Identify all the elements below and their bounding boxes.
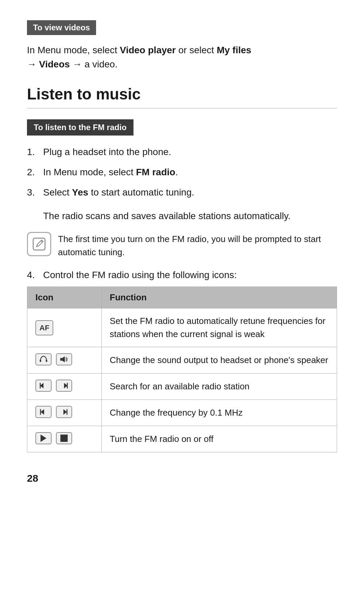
note-icon	[27, 232, 51, 256]
table-cell-function-af: Set the FM radio to automatically retune…	[101, 308, 337, 347]
table-cell-function-headphone-speaker: Change the sound output to headset or ph…	[101, 347, 337, 374]
step-3: 3. Select Yes to start automatic tuning.	[27, 185, 337, 200]
main-section: Listen to music To listen to the FM radi…	[27, 85, 337, 452]
icons-table: Icon Function AF Set the FM radio to aut…	[27, 287, 337, 452]
svg-rect-3	[40, 360, 41, 362]
svg-marker-11	[41, 409, 44, 415]
table-cell-function-skip: Search for an available radio station	[101, 374, 337, 400]
step-1-number: 1.	[27, 145, 43, 159]
step-forward-icon-btn	[56, 406, 72, 418]
step-2-number: 2.	[27, 165, 43, 179]
step-2-suffix: .	[175, 167, 178, 177]
speaker-icon-btn	[56, 353, 72, 365]
table-row: AF Set the FM radio to automatically ret…	[27, 308, 337, 347]
svg-marker-13	[63, 409, 67, 415]
fm-radio-bold: FM radio	[136, 167, 175, 177]
table-cell-function-play-stop: Turn the FM radio on or off	[101, 426, 337, 452]
af-button: AF	[35, 320, 53, 335]
fm-radio-tag: To listen to the FM radio	[27, 119, 133, 136]
yes-bold: Yes	[72, 187, 88, 198]
step-4-number: 4.	[27, 270, 43, 280]
top-section: To view videos In Menu mode, select Vide…	[27, 20, 337, 71]
icons-table-container: Icon Function AF Set the FM radio to aut…	[27, 287, 337, 452]
skip-forward-icon-btn	[56, 380, 72, 392]
svg-rect-12	[40, 409, 41, 415]
step-2-text: In Menu mode, select FM radio.	[43, 165, 337, 179]
svg-marker-15	[40, 435, 46, 442]
step-4: 4. Control the FM radio using the follow…	[27, 270, 337, 280]
step-2-prefix: In Menu mode, select	[43, 167, 136, 177]
table-header-function: Function	[101, 287, 337, 308]
intro-text-middle: or select	[176, 45, 217, 55]
svg-rect-0	[33, 238, 45, 250]
video-player-bold: Video player	[120, 45, 176, 55]
svg-rect-10	[67, 383, 68, 389]
to-view-videos-tag: To view videos	[27, 20, 96, 35]
arrow-line: →	[27, 59, 39, 69]
sub-text: The radio scans and saves available stat…	[43, 209, 337, 223]
table-cell-icon-play-stop	[27, 426, 101, 452]
intro-text-prefix: In Menu mode, select	[27, 45, 120, 55]
step-3-number: 3.	[27, 185, 43, 200]
table-header-icon: Icon	[27, 287, 101, 308]
intro-paragraph: In Menu mode, select Video player or sel…	[27, 43, 337, 71]
note-box: The first time you turn on the FM radio,…	[27, 231, 337, 259]
stop-icon-btn	[56, 432, 72, 444]
table-header-row: Icon Function	[27, 287, 337, 308]
svg-rect-4	[46, 360, 47, 362]
table-cell-function-step: Change the frequency by 0.1 MHz	[101, 400, 337, 426]
table-cell-icon-skip	[27, 374, 101, 400]
table-row: Change the frequency by 0.1 MHz	[27, 400, 337, 426]
svg-marker-6	[62, 356, 65, 362]
step-2: 2. In Menu mode, select FM radio.	[27, 165, 337, 179]
svg-rect-16	[60, 435, 68, 442]
videos-bold: Videos	[39, 59, 70, 69]
page-number: 28	[27, 473, 337, 484]
table-cell-icon-step	[27, 400, 101, 426]
end-text: → a video.	[70, 59, 118, 69]
my-files-bold: My files	[217, 45, 251, 55]
table-cell-icon-headphone-speaker	[27, 347, 101, 374]
table-row: Turn the FM radio on or off	[27, 426, 337, 452]
section-title: Listen to music	[27, 85, 337, 109]
step-1: 1. Plug a headset into the phone.	[27, 145, 337, 159]
svg-rect-8	[40, 383, 41, 389]
step-3-prefix: Select	[43, 187, 72, 198]
table-cell-icon-af: AF	[27, 308, 101, 347]
step-3-text: Select Yes to start automatic tuning.	[43, 185, 337, 200]
svg-rect-5	[60, 358, 62, 361]
table-row: Change the sound output to headset or ph…	[27, 347, 337, 374]
skip-back-icon-btn	[35, 380, 52, 392]
step-back-icon-btn	[35, 406, 52, 418]
step-1-text: Plug a headset into the phone.	[43, 145, 337, 159]
headphone-icon-btn	[35, 353, 52, 365]
step-3-suffix: to start automatic tuning.	[88, 187, 194, 198]
svg-rect-14	[67, 409, 68, 415]
steps-list: 1. Plug a headset into the phone. 2. In …	[27, 145, 337, 200]
step-4-text: Control the FM radio using the following…	[43, 270, 337, 280]
note-text: The first time you turn on the FM radio,…	[58, 231, 337, 259]
play-icon-btn	[35, 432, 52, 444]
table-row: Search for an available radio station	[27, 374, 337, 400]
